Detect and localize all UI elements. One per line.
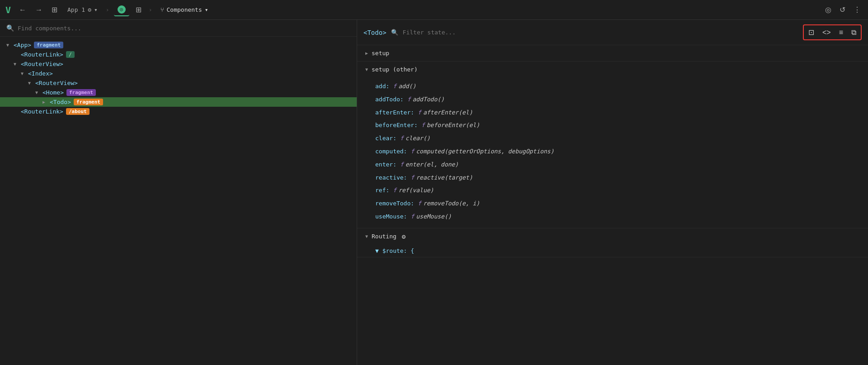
- setup-other-arrow-icon: ▼: [365, 67, 368, 72]
- tree-item-routerlink-about[interactable]: <RouterLink> /about: [0, 107, 357, 116]
- state-type-afterenter: f: [418, 108, 421, 118]
- state-type-ref: f: [393, 186, 396, 195]
- setup-label: setup: [372, 50, 389, 57]
- state-type-reactive: f: [410, 173, 414, 183]
- tree-tag-routerview-2: <RouterView>: [35, 80, 78, 86]
- inspect-button[interactable]: ◎: [823, 4, 833, 16]
- state-key-removetodo: removeTodo:: [375, 199, 414, 209]
- state-type-clear: f: [400, 134, 404, 143]
- state-row-removetodo: removeTodo: f removeTodo(e, i): [375, 197, 868, 210]
- separator-1: ›: [106, 6, 109, 13]
- state-row-afterenter: afterEnter: f afterEnter(el): [375, 106, 868, 119]
- toolbar-inspect-btn[interactable]: ⊡: [805, 26, 818, 38]
- tree-item-home[interactable]: ▼ <Home> fragment: [0, 88, 357, 97]
- dropdown-arrow-icon: ▾: [94, 6, 98, 13]
- components-dropdown-arrow: ▾: [205, 6, 208, 13]
- left-panel: 🔍 ▼ <App> fragment <RouterLink> / ▼ <Rou…: [0, 20, 357, 365]
- branch-icon: ⑂: [160, 6, 164, 13]
- tree-item-routerview-1[interactable]: ▼ <RouterView>: [0, 59, 357, 69]
- compass-tab[interactable]: ◎: [114, 4, 129, 16]
- tree-arrow-home: ▼: [35, 90, 41, 95]
- state-section-setup-header[interactable]: ▶ setup: [357, 45, 868, 61]
- routing-arrow-icon: ▼: [365, 234, 368, 239]
- state-key-reactive: reactive:: [375, 173, 407, 183]
- state-section-routing-header[interactable]: ▼ Routing ⚙: [357, 228, 868, 245]
- more-button[interactable]: ⋮: [852, 4, 863, 16]
- state-type-beforeenter: f: [421, 121, 425, 130]
- routing-label: Routing: [372, 233, 396, 240]
- page-icon-button[interactable]: ⊞: [49, 4, 60, 16]
- main-content: 🔍 ▼ <App> fragment <RouterLink> / ▼ <Rou…: [0, 20, 868, 365]
- state-type-usemouse: f: [410, 212, 414, 222]
- tree-item-app[interactable]: ▼ <App> fragment: [0, 40, 357, 50]
- tree-tag-index: <Index>: [28, 70, 53, 77]
- state-section-setup-other-header[interactable]: ▼ setup (other): [357, 62, 868, 77]
- state-type-addtodo: f: [407, 95, 411, 104]
- state-key-ref: ref:: [375, 186, 389, 195]
- tree-arrow-todo: ▶: [42, 100, 48, 104]
- routing-plugin-icon: ⚙: [402, 233, 406, 240]
- state-fn-usemouse: useMouse(): [416, 212, 451, 222]
- tree-tag-routerlink-root: <RouterLink>: [21, 51, 63, 58]
- state-section-setup: ▶ setup: [357, 45, 868, 62]
- vue-logo: V: [5, 5, 11, 15]
- badge-app-fragment: fragment: [34, 42, 63, 48]
- right-panel: <Todo> 🔍 ⊡ <> ≡ ⧉ ▶ setup ▼: [357, 20, 868, 365]
- state-key-add: add:: [375, 82, 389, 91]
- component-tree: ▼ <App> fragment <RouterLink> / ▼ <Route…: [0, 37, 357, 365]
- forward-button[interactable]: →: [33, 4, 45, 16]
- state-fn-add: add(): [398, 82, 416, 91]
- badge-home-fragment: fragment: [66, 89, 96, 96]
- tree-tag-todo: <Todo>: [50, 99, 71, 105]
- components-label: Components: [167, 6, 202, 13]
- app-name-label: App 1: [67, 6, 85, 13]
- state-fn-reactive: reactive(target): [416, 173, 472, 183]
- setup-arrow-icon: ▶: [365, 51, 368, 56]
- toolbar-list-btn[interactable]: ≡: [835, 27, 847, 38]
- state-fn-clear: clear(): [406, 134, 430, 143]
- state-row-add: add: f add(): [375, 80, 868, 93]
- state-fn-enter: enter(el, done): [406, 160, 458, 170]
- state-row-reactive: reactive: f reactive(target): [375, 171, 868, 185]
- back-button[interactable]: ←: [16, 4, 29, 16]
- state-type-enter: f: [400, 160, 404, 170]
- state-key-clear: clear:: [375, 134, 396, 143]
- filter-icon: 🔍: [391, 29, 398, 36]
- state-row-ref: ref: f ref(value): [375, 184, 868, 197]
- top-bar: V ← → ⊞ App 1 ⚙ ▾ › ◎ ⊞ › ⑂ Components ▾…: [0, 0, 868, 20]
- state-type-computed: f: [410, 147, 414, 156]
- tree-item-todo[interactable]: ▶ <Todo> fragment: [0, 97, 357, 107]
- badge-routerlink-root: /: [66, 51, 75, 58]
- tree-item-routerlink-root[interactable]: <RouterLink> /: [0, 50, 357, 59]
- state-row-addtodo: addTodo: f addTodo(): [375, 93, 868, 106]
- state-panel: ▶ setup ▼ setup (other) add: f add(): [357, 45, 868, 365]
- toolbar-code-btn[interactable]: <>: [819, 27, 835, 38]
- right-panel-header: <Todo> 🔍 ⊡ <> ≡ ⧉: [357, 20, 868, 45]
- tree-item-index[interactable]: ▼ <Index>: [0, 69, 357, 78]
- grid-button[interactable]: ⊞: [133, 4, 144, 16]
- toolbar-open-btn[interactable]: ⧉: [848, 27, 860, 38]
- state-key-afterenter: afterEnter:: [375, 108, 414, 118]
- components-dropdown[interactable]: ⑂ Components ▾: [157, 5, 212, 15]
- top-bar-right: ◎ ↺ ⋮: [823, 4, 863, 16]
- tree-arrow-app: ▼: [6, 43, 12, 47]
- refresh-button[interactable]: ↺: [838, 4, 847, 16]
- state-fn-ref: ref(value): [398, 186, 434, 195]
- state-fn-computed: computed(getterOrOptions, debugOptions): [416, 147, 554, 156]
- state-fn-beforeenter: beforeEnter(el): [427, 121, 480, 130]
- search-input[interactable]: [18, 25, 350, 32]
- tree-tag-home: <Home>: [42, 89, 64, 96]
- state-key-computed: computed:: [375, 147, 407, 156]
- app-tab[interactable]: App 1 ⚙ ▾: [64, 5, 101, 15]
- state-row-enter: enter: f enter(el, done): [375, 158, 868, 171]
- state-section-routing: ▼ Routing ⚙ ▼ $route: {: [357, 228, 868, 257]
- right-panel-toolbar: ⊡ <> ≡ ⧉: [803, 24, 862, 40]
- badge-routerlink-about: /about: [66, 108, 90, 115]
- tree-item-routerview-2[interactable]: ▼ <RouterView>: [0, 78, 357, 88]
- state-fn-addtodo: addTodo(): [412, 95, 444, 104]
- setup-other-body: add: f add() addTodo: f addTodo() afterE…: [357, 77, 868, 228]
- filter-state-input[interactable]: [403, 29, 479, 36]
- search-icon: 🔍: [6, 24, 14, 32]
- warn-icon: ⚙: [88, 6, 91, 13]
- selected-component-name: <Todo>: [363, 29, 387, 36]
